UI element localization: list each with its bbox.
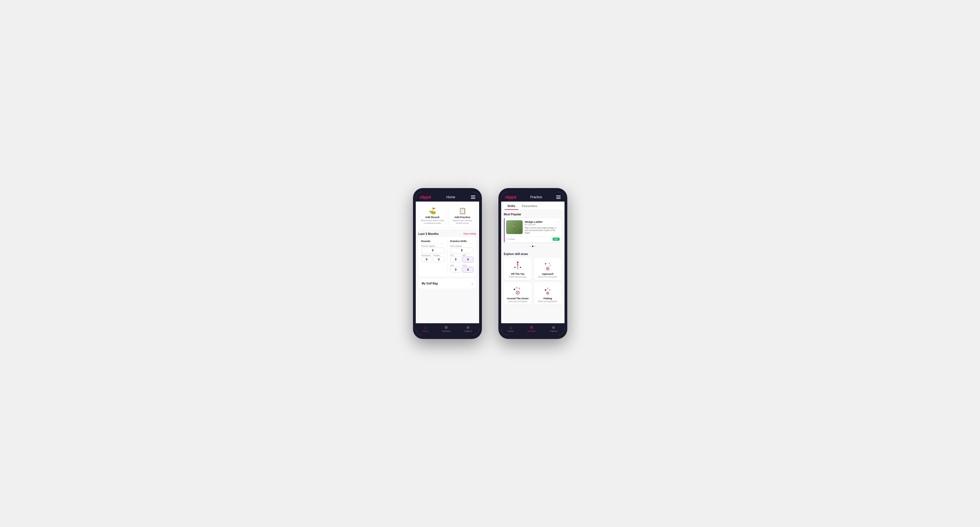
activity-section-header: Last 3 Months View Activity xyxy=(416,229,479,237)
drill-yardage: 50–100 yds xyxy=(525,223,560,226)
putting-icon xyxy=(542,286,554,295)
drill-desc: Play 1 shot at each target yardage. If y… xyxy=(525,227,560,234)
activities-nav-label: Activities xyxy=(442,330,451,332)
dot-2 xyxy=(532,246,533,247)
ott-stat: OTT 0 xyxy=(450,254,461,264)
off-tee-title: Off The Tee xyxy=(511,273,525,275)
drill-info: Wedge Ladder ☆ 50–100 yds Play 1 shot at… xyxy=(525,220,560,234)
practice-content: Most Popular 🏌️ Wedge Ladder ☆ xyxy=(501,210,565,323)
ott-value: 0 xyxy=(450,257,461,262)
home-content: ⛳ Add Round Record your shots in fast or… xyxy=(416,202,479,323)
home-nav-label-p: Home xyxy=(508,330,514,332)
svg-point-10 xyxy=(549,263,550,264)
drills-capture-label: Drills Capture xyxy=(450,245,474,247)
putt-label: PUTT xyxy=(462,265,473,267)
ott-label: OTT xyxy=(450,254,461,256)
capture-nav-label: Capture xyxy=(464,330,472,332)
skill-card-around-green[interactable]: Around The Green Hone your short game xyxy=(504,282,532,305)
rounds-col: Rounds Rounds Capture 0 Tournament 0 Pra… xyxy=(421,240,445,274)
golf-bag-label: My Golf Bag xyxy=(422,282,438,285)
logo-home: clippd xyxy=(420,195,431,199)
svg-point-11 xyxy=(550,265,551,266)
practice-title: Practice xyxy=(530,195,542,199)
tab-favourites[interactable]: Favourites xyxy=(519,202,541,210)
app-value: 4 xyxy=(462,257,473,262)
activities-nav-icon-p: ♻ xyxy=(530,325,533,329)
around-green-desc: Hone your short game xyxy=(508,300,527,302)
capture-nav-icon-p: ⊕ xyxy=(552,325,555,329)
drills-col: Practice Drills Drills Capture 8 OTT 0 A… xyxy=(450,240,474,274)
drill-footer: ○ 9 shots APP xyxy=(504,236,562,242)
drill-shots: ○ 9 shots xyxy=(506,238,515,241)
svg-point-4 xyxy=(514,267,515,268)
practice-stat: Practice 0 xyxy=(433,254,444,264)
bottom-nav-home: ⌂ Home ♻ Activities ⊕ Capture xyxy=(416,323,479,335)
add-round-title: Add Round xyxy=(425,216,439,219)
nav-capture-practice[interactable]: ⊕ Capture xyxy=(550,325,557,332)
approach-desc: Dial-in to hit the green xyxy=(538,276,557,278)
approach-icon xyxy=(542,261,554,271)
off-tee-icon xyxy=(512,261,524,271)
add-round-desc: Record your shots in fast or enhanced mo… xyxy=(421,219,444,225)
add-practice-title: Add Practice xyxy=(454,216,470,219)
nav-home[interactable]: ⌂ Home xyxy=(422,325,428,332)
nav-home-practice[interactable]: ⌂ Home xyxy=(508,325,514,332)
hamburger-menu-practice[interactable] xyxy=(556,195,561,199)
nav-activities-practice[interactable]: ♻ Activities xyxy=(527,325,536,332)
dot-indicators xyxy=(504,244,562,249)
add-practice-card[interactable]: 📋 Add Practice Capture your practice off… xyxy=(449,204,476,228)
drill-card[interactable]: 🏌️ Wedge Ladder ☆ 50–100 yds Play 1 shot… xyxy=(504,218,562,242)
svg-point-20 xyxy=(547,288,548,289)
explore-label: Explore skill areas xyxy=(504,252,562,256)
app-badge: APP xyxy=(553,238,559,241)
drill-thumbnail: 🏌️ xyxy=(506,220,523,234)
explore-section: Explore skill areas xyxy=(501,251,565,307)
add-round-card[interactable]: ⛳ Add Round Record your shots in fast or… xyxy=(418,204,446,228)
arg-stat: ARG 0 xyxy=(450,265,461,274)
add-round-icon: ⛳ xyxy=(429,207,436,214)
home-nav-icon-p: ⌂ xyxy=(510,325,512,329)
capture-nav-icon: ⊕ xyxy=(466,325,470,329)
capture-nav-label-p: Capture xyxy=(550,330,557,332)
add-practice-desc: Capture your practice off-the-course xyxy=(451,219,474,225)
practice-label: Practice xyxy=(433,254,444,256)
putt-stat: PUTT 4 xyxy=(462,265,473,274)
nav-activities[interactable]: ♻ Activities xyxy=(442,325,451,332)
arg-label: ARG xyxy=(450,265,461,267)
star-icon[interactable]: ☆ xyxy=(557,220,560,223)
add-practice-icon: 📋 xyxy=(459,207,466,214)
arg-value: 0 xyxy=(450,267,461,273)
around-green-title: Around The Green xyxy=(507,297,528,300)
action-cards-container: ⛳ Add Round Record your shots in fast or… xyxy=(416,202,479,229)
skill-card-putting[interactable]: Putting Make and lag practice xyxy=(534,282,562,305)
most-popular-section: Most Popular 🏌️ Wedge Ladder ☆ xyxy=(501,210,565,251)
my-golf-bag[interactable]: My Golf Bag › xyxy=(418,279,476,289)
top-bar-home: clippd Home xyxy=(416,192,479,202)
stats-row: Rounds Rounds Capture 0 Tournament 0 Pra… xyxy=(421,240,474,274)
skill-card-approach[interactable]: Approach Dial-in to hit the green xyxy=(534,258,562,280)
nav-capture[interactable]: ⊕ Capture xyxy=(464,325,472,332)
svg-point-9 xyxy=(545,263,546,264)
drill-title-row: Wedge Ladder ☆ xyxy=(525,220,560,223)
shots-icon: ○ xyxy=(506,238,508,241)
dot-3 xyxy=(535,246,536,247)
hamburger-menu[interactable] xyxy=(471,195,475,199)
home-title: Home xyxy=(446,195,455,199)
skill-grid: Off The Tee Power and accuracy xyxy=(504,258,562,305)
home-nav-label: Home xyxy=(422,330,428,332)
view-activity-link[interactable]: View Activity xyxy=(463,232,476,235)
stats-divider xyxy=(447,240,447,274)
putt-value: 4 xyxy=(462,267,473,273)
home-nav-icon: ⌂ xyxy=(424,325,426,329)
drills-title: Practice Drills xyxy=(450,240,474,244)
svg-point-5 xyxy=(520,267,521,268)
drill-thumb-image: 🏌️ xyxy=(506,220,523,234)
svg-point-8 xyxy=(547,268,548,269)
activities-nav-icon: ♻ xyxy=(444,325,448,329)
top-bar-practice: clippd Practice xyxy=(501,192,565,202)
skill-card-off-tee[interactable]: Off The Tee Power and accuracy xyxy=(504,258,532,280)
tab-drills[interactable]: Drills xyxy=(504,202,519,210)
drill-card-inner: 🏌️ Wedge Ladder ☆ 50–100 yds Play 1 shot… xyxy=(504,218,562,236)
last-3-months-title: Last 3 Months xyxy=(418,232,439,235)
activities-nav-label-p: Activities xyxy=(527,330,536,332)
